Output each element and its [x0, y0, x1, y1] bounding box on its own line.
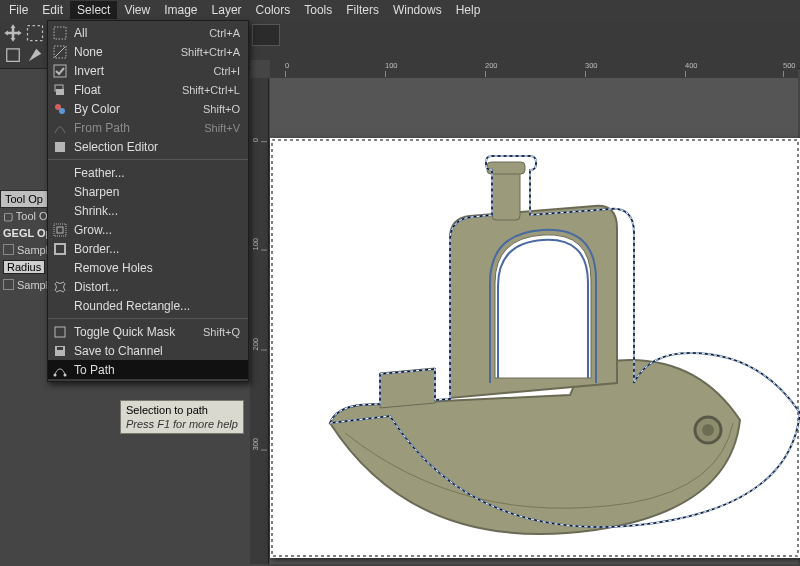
menu-item-label: Save to Channel: [74, 344, 240, 358]
menu-edit[interactable]: Edit: [35, 1, 70, 19]
blank-icon: [52, 165, 68, 181]
svg-point-16: [54, 373, 57, 376]
tool-options-tab[interactable]: Tool Op: [0, 190, 47, 208]
menu-item-sharpen[interactable]: Sharpen: [48, 182, 248, 201]
radius-field[interactable]: Radius: [3, 260, 45, 274]
ruler-vertical[interactable]: 0 100 200 300: [250, 78, 269, 564]
menu-item-toggle-quick-mask[interactable]: Toggle Quick Mask Shift+Q: [48, 322, 248, 341]
checkbox-icon[interactable]: [3, 279, 14, 290]
menu-item-label: Grow...: [74, 223, 240, 237]
sample-merged-2[interactable]: Sample: [0, 276, 48, 293]
menu-item-accel: Ctrl+A: [209, 27, 240, 39]
menu-item-label: By Color: [74, 102, 193, 116]
sample-merged-1[interactable]: Sample: [0, 241, 48, 258]
ruler-tick: 200: [251, 338, 260, 351]
move-tool-icon[interactable]: [3, 23, 23, 43]
toolbox: [2, 22, 46, 66]
ruler-tick: 300: [251, 438, 260, 451]
distort-icon: [52, 279, 68, 295]
menu-item-shrink[interactable]: Shrink...: [48, 201, 248, 220]
select-all-icon: [52, 25, 68, 41]
svg-rect-4: [54, 65, 66, 77]
svg-rect-1: [54, 27, 66, 39]
menu-item-label: Toggle Quick Mask: [74, 325, 193, 339]
menu-item-by-color[interactable]: By Color Shift+O: [48, 99, 248, 118]
menu-item-label: To Path: [74, 363, 240, 377]
svg-point-8: [59, 108, 65, 114]
menu-item-all[interactable]: All Ctrl+A: [48, 23, 248, 42]
save-channel-icon: [52, 343, 68, 359]
menu-item-save-to-channel[interactable]: Save to Channel: [48, 341, 248, 360]
image-tabs: [252, 24, 280, 44]
menu-item-label: Selection Editor: [74, 140, 240, 154]
from-path-icon: [52, 120, 68, 136]
by-color-icon: [52, 101, 68, 117]
canvas-area: 0 100 200 300 400 500 0 100 200 300: [250, 60, 798, 564]
menu-item-selection-editor[interactable]: Selection Editor: [48, 137, 248, 156]
menu-item-distort[interactable]: Distort...: [48, 277, 248, 296]
to-path-icon: [52, 362, 68, 378]
menu-colors[interactable]: Colors: [249, 1, 298, 19]
image-tab[interactable]: [252, 24, 280, 46]
menu-item-label: Shrink...: [74, 204, 240, 218]
menu-item-invert[interactable]: Invert Ctrl+I: [48, 61, 248, 80]
checkbox-icon: [52, 324, 68, 340]
menu-item-grow[interactable]: Grow...: [48, 220, 248, 239]
ruler-horizontal[interactable]: 0 100 200 300 400 500: [270, 60, 798, 79]
menu-help[interactable]: Help: [449, 1, 488, 19]
menu-item-remove-holes[interactable]: Remove Holes: [48, 258, 248, 277]
blank-icon: [52, 298, 68, 314]
ruler-tick: 0: [251, 138, 260, 142]
menu-image[interactable]: Image: [157, 1, 204, 19]
menu-tools[interactable]: Tools: [297, 1, 339, 19]
menu-item-feather[interactable]: Feather...: [48, 163, 248, 182]
svg-point-23: [702, 424, 714, 436]
svg-rect-20: [492, 170, 520, 220]
svg-rect-0: [28, 26, 43, 41]
ruler-tick: 400: [685, 61, 698, 70]
gegl-op-label: GEGL Op: [0, 225, 48, 241]
tooltip-title: Selection to path: [126, 403, 238, 417]
menu-layer[interactable]: Layer: [205, 1, 249, 19]
image-viewport[interactable]: [270, 78, 798, 564]
document[interactable]: [270, 138, 800, 558]
select-dropdown: All Ctrl+A None Shift+Ctrl+A Invert Ctrl…: [47, 20, 249, 382]
fuzzy-select-icon[interactable]: [25, 45, 45, 65]
ruler-tick: 300: [585, 61, 598, 70]
svg-rect-13: [55, 327, 65, 337]
menu-item-label: Remove Holes: [74, 261, 240, 275]
menu-item-accel: Ctrl+I: [213, 65, 240, 77]
menu-filters[interactable]: Filters: [339, 1, 386, 19]
checkbox-checked-icon: [52, 63, 68, 79]
menu-separator: [48, 318, 248, 319]
menu-item-label: Distort...: [74, 280, 240, 294]
svg-rect-12: [55, 244, 65, 254]
grow-icon: [52, 222, 68, 238]
menu-file[interactable]: File: [2, 1, 35, 19]
menu-view[interactable]: View: [117, 1, 157, 19]
selection-editor-icon: [52, 139, 68, 155]
tooltip: Selection to path Press F1 for more help: [120, 400, 244, 434]
marquee-icon[interactable]: [3, 45, 23, 65]
menu-item-float[interactable]: Float Shift+Ctrl+L: [48, 80, 248, 99]
menu-item-border[interactable]: Border...: [48, 239, 248, 258]
menu-select[interactable]: Select: [70, 1, 117, 19]
ruler-tick: 500: [783, 61, 796, 70]
menu-item-rounded-rectangle[interactable]: Rounded Rectangle...: [48, 296, 248, 315]
menu-item-label: All: [74, 26, 199, 40]
menu-item-accel: Shift+Ctrl+A: [181, 46, 240, 58]
border-icon: [52, 241, 68, 257]
checkbox-icon[interactable]: [3, 244, 14, 255]
menu-windows[interactable]: Windows: [386, 1, 449, 19]
ruler-tick: 100: [251, 238, 260, 251]
menu-item-label: Sharpen: [74, 185, 240, 199]
menu-item-to-path[interactable]: To Path: [48, 360, 248, 379]
menu-item-accel: Shift+V: [204, 122, 240, 134]
menubar: File Edit Select View Image Layer Colors…: [0, 0, 800, 21]
menu-item-label: Border...: [74, 242, 240, 256]
menu-item-label: From Path: [74, 121, 194, 135]
svg-point-17: [64, 373, 67, 376]
svg-rect-11: [54, 224, 66, 236]
rect-select-icon[interactable]: [25, 23, 45, 43]
menu-item-none[interactable]: None Shift+Ctrl+A: [48, 42, 248, 61]
